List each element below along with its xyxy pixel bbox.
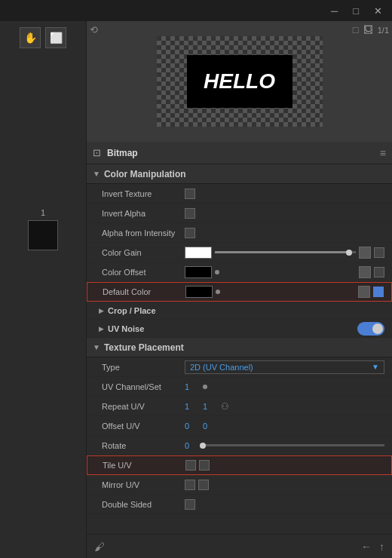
color-offset-swatch[interactable] xyxy=(185,266,212,278)
subsection-uv-noise[interactable]: ▶ UV Noise xyxy=(87,320,392,338)
type-dropdown-value: 2D (UV Channel) xyxy=(190,363,253,372)
uv-channel-dot xyxy=(203,385,207,389)
texture-placement-label: Texture Placement xyxy=(104,342,184,353)
thumb-box[interactable] xyxy=(28,220,58,250)
mirror-u-checkbox[interactable] xyxy=(185,480,195,490)
reset-icon[interactable]: ⟲ xyxy=(90,24,98,35)
left-sidebar: ✋ ⬜ 1 xyxy=(0,21,87,558)
alpha-intensity-checkbox[interactable] xyxy=(185,228,195,238)
color-offset-label: Color Offset xyxy=(102,268,185,277)
close-button[interactable]: ✕ xyxy=(370,4,386,18)
color-gain-swatch[interactable] xyxy=(185,247,212,259)
panel-header-icon: ⊡ xyxy=(93,147,101,158)
type-dropdown[interactable]: 2D (UV Channel) ▼ xyxy=(185,360,384,374)
offset-u-value[interactable]: 0 xyxy=(185,422,200,431)
crop-place-triangle: ▶ xyxy=(99,307,104,314)
section-texture-placement[interactable]: ▼ Texture Placement xyxy=(87,338,392,357)
prop-offset-uv: Offset U/V 0 0 xyxy=(87,416,392,436)
preview-text: HELLO xyxy=(204,69,275,94)
rotate-slider[interactable] xyxy=(203,444,384,446)
default-color-dot xyxy=(216,290,220,294)
prop-color-gain: Color Gain xyxy=(87,243,392,262)
uv-noise-triangle: ▶ xyxy=(99,325,104,333)
prop-default-color: Default Color xyxy=(87,282,392,302)
color-gain-check[interactable] xyxy=(374,247,384,258)
rotate-label: Rotate xyxy=(102,441,185,450)
properties-panel: ⊡ Bitmap ≡ ▼ Color Manipulation Invert T… xyxy=(87,142,392,534)
tile-u-checkbox[interactable] xyxy=(185,460,196,471)
thumbnail-area: 1 xyxy=(9,208,77,250)
prop-type: Type 2D (UV Channel) ▼ xyxy=(87,357,392,377)
uv-channel-control: 1 xyxy=(185,382,384,391)
bottom-nav-controls: ← ↑ xyxy=(361,541,384,553)
rotate-value[interactable]: 0 xyxy=(185,441,200,450)
uv-noise-toggle[interactable] xyxy=(357,322,384,336)
color-gain-control xyxy=(185,247,384,259)
section-label: Color Manipulation xyxy=(104,169,186,179)
left-arrow-icon[interactable]: ← xyxy=(361,541,372,553)
minimize-button[interactable]: ─ xyxy=(327,4,341,18)
prop-tile-uv: Tile U/V xyxy=(87,455,392,475)
uv-noise-label: UV Noise xyxy=(108,324,144,333)
alpha-intensity-label: Alpha from Intensity xyxy=(102,228,185,238)
prop-invert-texture: Invert Texture xyxy=(87,184,392,204)
repeat-v-value[interactable]: 1 xyxy=(203,402,218,411)
section-color-manipulation[interactable]: ▼ Color Manipulation xyxy=(87,164,392,184)
preview-counter: 1/1 xyxy=(378,26,389,35)
right-panel: ⟲ □ ⛾ 1/1 HELLO ⊡ Bitmap ≡ xyxy=(87,21,392,558)
preview-top-bar: ⟲ □ ⛾ 1/1 xyxy=(90,24,389,35)
color-gain-swatch2[interactable] xyxy=(359,247,371,259)
section-triangle-icon: ▼ xyxy=(93,170,100,178)
repeat-uv-label: Repeat U/V xyxy=(102,402,185,411)
uv-noise-knob xyxy=(372,323,383,334)
panel-header: ⊡ Bitmap ≡ xyxy=(87,142,392,164)
tile-v-checkbox[interactable] xyxy=(199,460,210,471)
default-color-swatch[interactable] xyxy=(185,286,213,298)
prop-color-offset: Color Offset xyxy=(87,262,392,282)
offset-uv-label: Offset U/V xyxy=(102,422,185,431)
brush-icon[interactable]: 🖌 xyxy=(94,541,105,553)
panel-options-icon[interactable]: ≡ xyxy=(380,147,386,159)
tile-uv-control xyxy=(185,460,384,471)
crop-place-label: Crop / Place xyxy=(108,306,156,315)
double-sided-control xyxy=(185,499,384,510)
color-offset-check[interactable] xyxy=(374,267,384,277)
mirror-uv-label: Mirror U/V xyxy=(102,480,185,489)
invert-alpha-checkbox[interactable] xyxy=(185,208,195,219)
default-color-label: Default Color xyxy=(103,287,185,296)
prop-rotate: Rotate 0 xyxy=(87,436,392,455)
link-icon[interactable]: ⚇ xyxy=(221,401,229,412)
invert-texture-control xyxy=(185,189,384,199)
preview-text-box: HELLO xyxy=(187,55,292,108)
cup-icon[interactable]: ⛾ xyxy=(363,24,373,35)
hand-icon[interactable]: ✋ xyxy=(20,27,41,48)
default-color-swatch2[interactable] xyxy=(358,286,370,298)
alpha-intensity-control xyxy=(185,228,384,238)
invert-texture-checkbox[interactable] xyxy=(185,189,195,199)
panel-title: Bitmap xyxy=(107,148,138,158)
offset-v-value[interactable]: 0 xyxy=(203,422,218,431)
square-icon[interactable]: ⬜ xyxy=(45,27,66,48)
default-color-control xyxy=(185,286,384,298)
prop-invert-alpha: Invert Alpha xyxy=(87,204,392,223)
title-bar: ─ □ ✕ xyxy=(0,0,392,21)
up-arrow-icon[interactable]: ↑ xyxy=(379,541,384,553)
invert-texture-label: Invert Texture xyxy=(102,189,185,198)
thumb-number: 1 xyxy=(41,208,45,217)
tile-uv-label: Tile U/V xyxy=(103,461,185,470)
prop-uv-channel: UV Channel/Set 1 xyxy=(87,377,392,397)
subsection-crop-place[interactable]: ▶ Crop / Place xyxy=(87,302,392,320)
mirror-v-checkbox[interactable] xyxy=(198,480,209,490)
color-offset-swatch2[interactable] xyxy=(359,266,371,278)
color-offset-dot xyxy=(215,270,219,274)
double-sided-checkbox[interactable] xyxy=(185,499,195,510)
square-preview-icon[interactable]: □ xyxy=(353,24,359,35)
uv-channel-value[interactable]: 1 xyxy=(185,382,200,391)
default-color-check[interactable] xyxy=(373,287,384,297)
type-label: Type xyxy=(102,363,185,372)
maximize-button[interactable]: □ xyxy=(349,4,363,18)
color-gain-slider[interactable] xyxy=(215,251,356,253)
rotate-track xyxy=(203,444,384,446)
preview-area: ⟲ □ ⛾ 1/1 HELLO xyxy=(87,21,392,142)
repeat-u-value[interactable]: 1 xyxy=(185,402,200,411)
